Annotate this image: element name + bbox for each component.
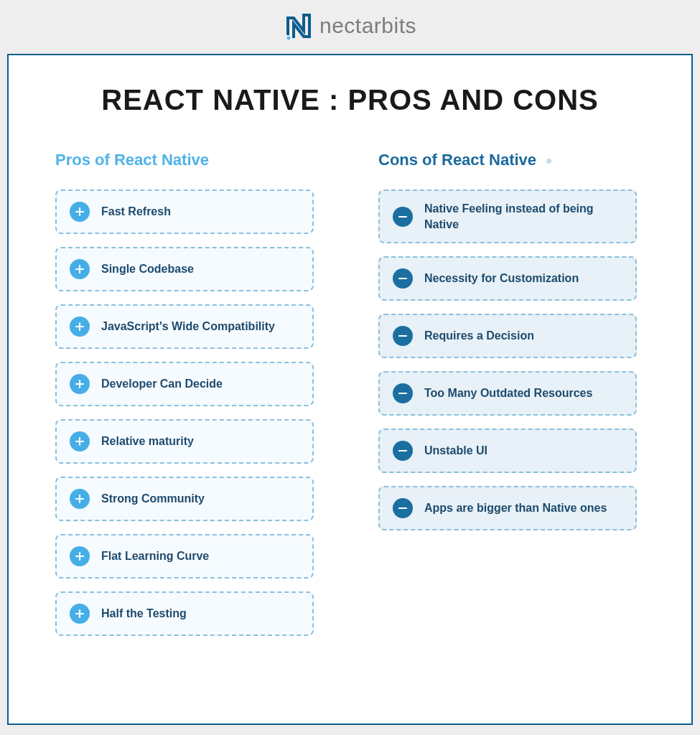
list-item: Flat Learning Curve xyxy=(55,534,314,579)
logo-mark-icon xyxy=(284,11,314,41)
minus-icon xyxy=(393,498,413,518)
cons-column: Cons of React Native Native Feeling inst… xyxy=(378,151,637,649)
list-item: Unstable UI xyxy=(378,429,637,473)
list-item: Developer Can Decide xyxy=(55,362,314,406)
list-item: JavaScript's Wide Compatibility xyxy=(55,304,314,349)
item-label: Unstable UI xyxy=(424,443,487,459)
plus-icon xyxy=(70,546,90,566)
plus-icon xyxy=(70,202,90,222)
list-item: Apps are bigger than Native ones xyxy=(378,486,637,530)
item-label: Half the Testing xyxy=(101,606,187,622)
list-item: Fast Refresh xyxy=(55,189,314,234)
item-label: Native Feeling instead of being Native xyxy=(424,201,622,232)
pros-column: Pros of React Native Fast Refresh Single… xyxy=(55,151,314,649)
plus-icon xyxy=(70,259,90,279)
list-item: Too Many Outdated Resources xyxy=(378,371,637,416)
item-label: Requires a Decision xyxy=(424,328,534,344)
content-card: REACT NATIVE : PROS AND CONS Pros of Rea… xyxy=(7,54,693,725)
list-item: Half the Testing xyxy=(55,591,314,636)
minus-icon xyxy=(393,207,413,227)
brand-name: nectarbits xyxy=(319,14,416,38)
svg-point-0 xyxy=(287,37,291,40)
item-label: Flat Learning Curve xyxy=(101,548,209,564)
item-label: Single Codebase xyxy=(101,261,194,277)
item-label: Too Many Outdated Resources xyxy=(424,385,592,401)
plus-icon xyxy=(70,317,90,337)
list-item: Requires a Decision xyxy=(378,314,637,358)
brand-logo: nectarbits xyxy=(7,11,693,41)
pros-heading: Pros of React Native xyxy=(55,151,314,169)
list-item: Single Codebase xyxy=(55,247,314,291)
plus-icon xyxy=(70,374,90,394)
item-label: Apps are bigger than Native ones xyxy=(424,500,607,516)
columns-wrap: Pros of React Native Fast Refresh Single… xyxy=(45,151,655,649)
minus-icon xyxy=(393,441,413,461)
minus-icon xyxy=(393,268,413,289)
item-label: Necessity for Customization xyxy=(424,271,579,286)
list-item: Relative maturity xyxy=(55,419,314,464)
item-label: Developer Can Decide xyxy=(101,376,223,392)
minus-icon xyxy=(393,383,413,403)
list-item: Necessity for Customization xyxy=(378,256,637,301)
page-title: REACT NATIVE : PROS AND CONS xyxy=(45,84,655,116)
plus-icon xyxy=(70,604,90,624)
cons-heading-text: Cons of React Native xyxy=(378,151,536,169)
list-item: Native Feeling instead of being Native xyxy=(378,189,637,243)
list-item: Strong Community xyxy=(55,477,314,521)
plus-icon xyxy=(70,489,90,509)
dot-icon xyxy=(546,159,551,164)
cons-heading: Cons of React Native xyxy=(378,151,637,169)
minus-icon xyxy=(393,326,413,346)
item-label: Strong Community xyxy=(101,491,205,507)
item-label: Fast Refresh xyxy=(101,204,171,220)
item-label: Relative maturity xyxy=(101,434,194,449)
plus-icon xyxy=(70,431,90,451)
item-label: JavaScript's Wide Compatibility xyxy=(101,319,275,334)
